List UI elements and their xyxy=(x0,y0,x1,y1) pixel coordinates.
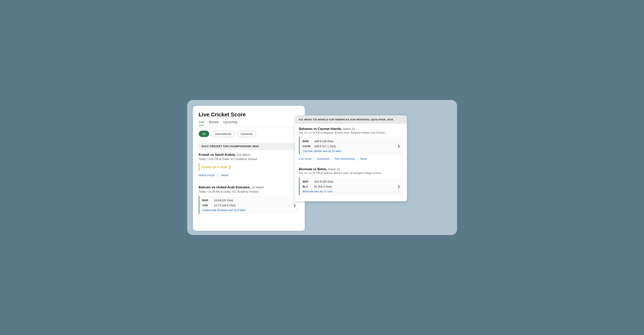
rmatch1-link-scorecard[interactable]: Scorecard xyxy=(317,157,329,160)
match2-score2: 117-2 (16.5 Ovs) xyxy=(214,204,294,207)
match1-link-news[interactable]: News xyxy=(221,173,228,177)
tab-live[interactable]: Live xyxy=(199,120,204,125)
match2-team2: UAE xyxy=(202,204,214,207)
match2-score-row-1: BHR 113-8 (20 Ovs) xyxy=(202,198,296,203)
rmatch1-link-livescore[interactable]: Live Score xyxy=(299,157,312,160)
rmatch2-score-row-2: BLZ 52 (14.2 Ovs) ❯ xyxy=(303,184,400,189)
tab-recent[interactable]: Recent xyxy=(209,120,219,125)
match1-meta: Today • 3:00 PM at Dubai, ICC Academy Gr… xyxy=(199,157,299,161)
match2-title: Bahrain vs United Arab Emirates, 1st Mat… xyxy=(199,185,299,189)
toss-box[interactable]: Kuwait opt to bowl ❯ xyxy=(199,163,299,171)
rmatch1-title: Bahamas vs Cayman Islands, Match 23 xyxy=(299,127,403,131)
rmatch1-score-box: BHM 108-5 (20 Ovs) CAYM 109-0 (17.1 Ovs)… xyxy=(299,137,403,155)
rmatch2-winner: Bermuda won by 71 runs xyxy=(303,190,400,193)
rmatch2-score2: 52 (14.2 Ovs) xyxy=(314,185,398,188)
rmatch1-winner: Cayman Islands won by 10 wkts xyxy=(303,150,400,153)
rmatch1-team2: CAYM xyxy=(303,145,314,148)
right-tournament-header: ICC MENS T20 WORLD CUP AMERICAS SUB REGI… xyxy=(295,115,407,124)
match2-score-row-2: UAE 117-2 (16.5 Ovs) ❯ xyxy=(202,203,296,208)
toss-arrow-icon: ❯ xyxy=(229,165,231,169)
filter-row: All International Domestic xyxy=(199,131,299,137)
filter-all[interactable]: All xyxy=(199,131,209,137)
tabs-row: Live Recent Upcoming xyxy=(199,120,299,127)
rmatch1-meta: Dec 12 • 11:00 PM at Belgrano, Buenos Ai… xyxy=(299,131,403,134)
rmatch2-score1: 123-9 (20 Ovs) xyxy=(314,180,400,183)
right-panel: ICC MENS T20 WORLD CUP AMERICAS SUB REGI… xyxy=(295,115,407,201)
rmatch2-title: Bermuda vs Belize, Match 24 xyxy=(299,168,403,171)
match2-score-arrow: ❯ xyxy=(294,203,296,207)
match2-winner: United Arab Emirates won by 8 wkts xyxy=(202,209,296,212)
match-card-1: Kuwait vs Saudi Arabia, 2nd Match Today … xyxy=(199,153,299,181)
match1-title: Kuwait vs Saudi Arabia, 2nd Match xyxy=(199,153,299,157)
rmatch2-score-arrow: ❯ xyxy=(398,185,400,188)
match2-team1: BHR xyxy=(202,199,214,202)
right-match-card-1: Bahamas vs Cayman Islands, Match 23 Dec … xyxy=(295,124,407,164)
match1-link-facts[interactable]: Match Facts xyxy=(199,173,214,177)
rmatch1-score-row-1: BHM 108-5 (20 Ovs) xyxy=(303,139,400,144)
rmatch1-score-arrow: ❯ xyxy=(398,144,400,148)
rmatch1-link-news[interactable]: News xyxy=(360,157,367,160)
rmatch2-team2: BLZ xyxy=(303,185,314,188)
rmatch2-score-row-1: BER 123-9 (20 Ovs) xyxy=(303,179,400,184)
rmatch1-link-fullcommentary[interactable]: Full Commentary xyxy=(334,157,355,160)
rmatch1-links: Live Score | Scorecard | Full Commentary… xyxy=(299,157,403,160)
rmatch2-meta: Dec 12 • 11:00 PM at Quilmes, Buenos Air… xyxy=(299,172,403,174)
page-title: Live Cricket Score xyxy=(199,112,299,118)
match2-score1: 113-8 (20 Ovs) xyxy=(214,199,296,202)
rmatch2-team1: BER xyxy=(303,180,314,183)
match-card-2: Bahrain vs United Arab Emirates, 1st Mat… xyxy=(199,185,299,220)
left-panel: Live Cricket Score Live Recent Upcoming … xyxy=(193,106,305,231)
left-tournament-header: GULF CRICKET T20I CHAMPIONSHIP, 2024 xyxy=(199,143,299,150)
match1-links: Match Facts | News xyxy=(199,173,299,177)
toss-text: Kuwait opt to bowl xyxy=(202,165,227,169)
filter-domestic[interactable]: Domestic xyxy=(237,131,256,137)
rmatch2-score-box: BER 123-9 (20 Ovs) BLZ 52 (14.2 Ovs) ❯ B… xyxy=(299,177,403,195)
rmatch1-score1: 108-5 (20 Ovs) xyxy=(314,140,400,143)
rmatch1-team1: BHM xyxy=(303,140,314,143)
tab-upcoming[interactable]: Upcoming xyxy=(224,120,237,125)
match2-score-box: BHR 113-8 (20 Ovs) UAE 117-2 (16.5 Ovs) … xyxy=(199,196,299,214)
rmatch1-score-row-2: CAYM 109-0 (17.1 Ovs) ❯ xyxy=(303,144,400,149)
outer-background: Live Cricket Score Live Recent Upcoming … xyxy=(187,100,457,235)
filter-international[interactable]: International xyxy=(212,131,235,137)
match1-sep: | xyxy=(218,174,218,177)
right-match-card-2: Bermuda vs Belize, Match 24 Dec 12 • 11:… xyxy=(295,164,407,201)
match2-meta: Today • 10:30 AM at Dubai, ICC Academy G… xyxy=(199,190,299,193)
rmatch1-score2: 109-0 (17.1 Ovs) xyxy=(314,145,398,148)
